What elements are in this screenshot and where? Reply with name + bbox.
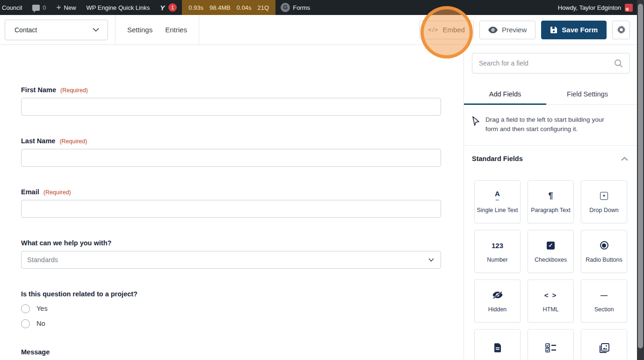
admin-bar-forms[interactable]: G Forms [275,0,315,15]
single-line-text-icon: A↔ [495,190,500,201]
field-help-topic[interactable]: What can we help you with? Standards [21,239,463,269]
save-form-button[interactable]: Save Form [541,21,607,39]
comments-count: 0 [43,4,46,11]
field-label: First Name (Required) [21,86,463,94]
section-title: Standard Fields [472,155,523,162]
tab-add-fields[interactable]: Add Fields [464,85,546,104]
chevron-down-icon [428,258,434,262]
field-first-name[interactable]: First Name (Required) [21,86,463,116]
admin-bar-account[interactable]: Howdy, Taylor Edginton [558,4,644,12]
code-icon: </> [428,26,439,33]
required-indicator: (Required) [59,138,87,145]
save-icon [550,26,557,34]
field-label: Email (Required) [21,188,463,196]
search-box[interactable] [472,53,630,73]
save-form-label: Save Form [562,26,598,34]
required-indicator: (Required) [60,87,88,94]
qm-db-time: 0.04s [237,4,252,11]
field-button-single-line-text[interactable]: A↔ Single Line Text [474,180,521,223]
qm-page-time: 0.93s [188,4,203,11]
checklist-icon [545,342,557,353]
form-switcher-dropdown[interactable]: Contact [5,20,108,40]
toolbar-tabs: Settings Entries [115,15,199,45]
search-icon [614,59,623,68]
radio-option-no[interactable]: No [21,319,463,328]
qm-query-count: 21Q [258,4,269,11]
admin-bar-yoast[interactable]: Y 1 [155,0,182,15]
field-last-name[interactable]: Last Name (Required) [21,137,463,167]
field-button-html[interactable]: < > HTML [528,279,574,323]
field-search [464,45,637,73]
number-icon: 123 [492,240,503,251]
field-label-text: Email [21,188,39,196]
required-indicator: (Required) [43,189,71,196]
last-name-input[interactable] [21,149,441,167]
browser-scrollbar[interactable] [637,0,644,360]
field-button-radio-buttons[interactable]: Radio Buttons [581,230,627,273]
form-canvas: First Name (Required) Last Name (Require… [0,45,463,360]
embed-label: Embed [442,26,465,34]
field-button-image-choice[interactable] [581,329,627,360]
field-email[interactable]: Email (Required) [21,188,463,218]
field-button-section[interactable]: — Section [581,279,627,323]
preview-button[interactable]: Preview [479,21,535,39]
field-button-hidden[interactable]: Hidden [474,279,521,323]
radio-label: No [36,320,45,327]
form-switcher-value: Contact [14,26,37,34]
scrollbar-thumb[interactable] [638,4,643,348]
forms-label: Forms [293,4,310,11]
search-input[interactable] [479,59,610,67]
chevron-down-icon [93,28,99,32]
toolbar-actions: </> Embed Preview Save Form [420,21,637,39]
drag-hint-text: Drag a field to the left to start buildi… [485,115,615,134]
yoast-notification-badge: 1 [168,3,177,12]
site-name-label: Council [2,4,22,11]
field-button-multi-select[interactable] [528,329,574,360]
yoast-icon: Y [160,4,165,12]
eye-icon [488,27,498,33]
standard-fields-header[interactable]: Standard Fields [464,146,637,171]
query-monitor-stats[interactable]: 0.93s 98.4MB 0.04s 21Q [182,0,275,15]
howdy-label: Howdy, Taylor Edginton [558,4,621,11]
field-label-text: First Name [21,86,56,94]
chevron-up-icon[interactable] [621,157,628,161]
help-topic-select[interactable]: Standards [21,251,441,269]
standard-fields-grid: A↔ Single Line Text ¶ Paragraph Text ▼ D… [464,171,637,360]
plus-icon: + [57,3,61,11]
gravity-forms-icon: G [281,3,290,12]
field-button-number[interactable]: 123 Number [474,230,521,273]
editor-toolbar: Contact Settings Entries </> Embed Previ… [0,15,637,45]
comment-bubble-icon [32,5,40,11]
radio-icon[interactable] [21,319,30,328]
email-input[interactable] [21,200,441,218]
tab-field-settings[interactable]: Field Settings [546,85,629,104]
radio-icon[interactable] [21,304,30,313]
first-name-input[interactable] [21,98,441,116]
gear-icon [617,25,626,34]
qm-memory: 98.4MB [210,4,231,11]
admin-bar-wpengine[interactable]: WP Engine Quick Links [81,0,155,15]
pilcrow-icon: ¶ [548,190,553,201]
wp-admin-bar: Council 0 + New WP Engine Quick Links Y … [0,0,644,15]
wpengine-label: WP Engine Quick Links [87,4,150,11]
field-label-text: Last Name [21,137,55,145]
field-message[interactable]: Message [21,348,463,356]
field-label-text: Is this question related to a project? [21,290,463,298]
dropdown-icon: ▼ [600,190,608,201]
field-label-text: What can we help you with? [21,239,463,247]
tab-entries[interactable]: Entries [165,26,187,34]
embed-button[interactable]: </> Embed [420,21,474,39]
editor-content: First Name (Required) Last Name (Require… [0,45,637,360]
field-button-page[interactable] [474,329,521,360]
admin-bar-comments[interactable]: 0 [27,0,51,15]
admin-bar-new[interactable]: + New [51,0,81,15]
form-settings-gear-button[interactable] [612,21,630,39]
field-project-question[interactable]: Is this question related to a project? Y… [21,290,463,328]
code-icon: < > [544,289,557,301]
field-button-checkboxes[interactable]: ✓ Checkboxes [528,230,574,273]
radio-option-yes[interactable]: Yes [21,304,463,313]
field-button-paragraph-text[interactable]: ¶ Paragraph Text [528,180,574,223]
field-button-drop-down[interactable]: ▼ Drop Down [581,180,627,223]
tab-settings[interactable]: Settings [127,26,152,34]
admin-bar-site-name[interactable]: Council [0,0,27,15]
